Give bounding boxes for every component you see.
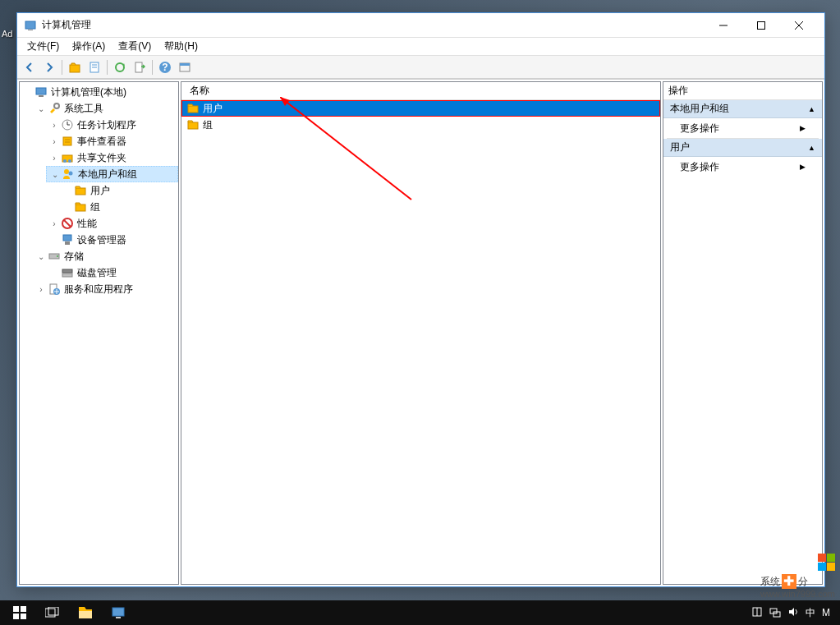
storage-icon	[48, 250, 61, 263]
computer-management-window: 计算机管理 文件(F) 操作(A) 查看(V) 帮助(H) ?	[16, 12, 825, 587]
tray-device-icon[interactable]	[751, 606, 763, 620]
svg-rect-22	[63, 137, 71, 145]
tree-panel[interactable]: 计算机管理(本地) ⌄ 系统工具 › 任务计划程序	[19, 81, 179, 585]
tree-label: 本地用户和组	[78, 168, 137, 182]
toolbar-separator	[107, 60, 108, 75]
back-button[interactable]	[21, 58, 39, 76]
svg-point-28	[64, 169, 69, 174]
tray-m[interactable]: M	[822, 607, 830, 618]
list-panel[interactable]: 名称 用户 组	[181, 81, 661, 585]
chevron-right-icon[interactable]: ›	[48, 118, 61, 131]
window-title: 计算机管理	[42, 18, 705, 32]
tree-users[interactable]: 用户	[59, 182, 178, 199]
up-button[interactable]	[66, 58, 84, 76]
folder-icon	[186, 118, 200, 131]
svg-point-37	[57, 255, 58, 257]
folder-icon	[186, 102, 200, 115]
tray-ime[interactable]: 中	[806, 606, 815, 620]
desktop-text-ad: Ad	[2, 29, 12, 39]
tree-groups[interactable]: 组	[59, 199, 178, 215]
svg-rect-47	[21, 606, 26, 612]
collapse-icon[interactable]: ▲	[808, 144, 815, 152]
list-header[interactable]: 名称	[181, 82, 660, 100]
minimize-button[interactable]	[705, 13, 742, 38]
refresh-button[interactable]	[111, 58, 129, 76]
system-tray[interactable]: 中 M	[745, 606, 837, 620]
action-more-2[interactable]: 更多操作 ▶	[663, 157, 822, 177]
show-hide-button[interactable]	[176, 58, 194, 76]
tree-system-tools[interactable]: ⌄ 系统工具	[33, 100, 178, 117]
file-explorer-button[interactable]	[69, 600, 102, 625]
taskbar[interactable]: 中 M	[0, 600, 840, 625]
tree-disk-management[interactable]: 磁盘管理	[46, 264, 178, 281]
tree-label: 服务和应用程序	[64, 283, 133, 296]
svg-rect-30	[76, 188, 85, 195]
toolbar: ?	[17, 56, 824, 79]
svg-text:?: ?	[162, 62, 168, 73]
export-button[interactable]	[131, 58, 149, 76]
svg-rect-54	[112, 608, 124, 616]
toolbar-separator	[62, 60, 62, 75]
watermark: 系统 ✚ 分 www.win7999.com	[760, 553, 835, 599]
svg-point-26	[63, 159, 67, 163]
chevron-right-icon[interactable]: ›	[34, 283, 48, 296]
tree-label: 设备管理器	[77, 233, 126, 247]
close-button[interactable]	[780, 13, 818, 38]
properties-button[interactable]	[85, 58, 103, 76]
tree-task-scheduler[interactable]: › 任务计划程序	[46, 117, 178, 133]
svg-point-27	[68, 159, 71, 163]
menu-file[interactable]: 文件(F)	[21, 38, 66, 55]
shared-folder-icon	[61, 151, 74, 164]
action-more-1[interactable]: 更多操作 ▶	[663, 118, 822, 138]
tree-shared-folders[interactable]: › 共享文件夹	[46, 149, 178, 166]
tree-label: 用户	[90, 184, 110, 198]
device-icon	[61, 233, 74, 246]
start-button[interactable]	[3, 600, 36, 625]
menu-action[interactable]: 操作(A)	[66, 38, 112, 55]
svg-rect-0	[25, 21, 35, 29]
disk-icon	[61, 266, 74, 279]
tree-root[interactable]: 计算机管理(本地)	[20, 84, 178, 100]
chevron-right-icon[interactable]: ›	[48, 135, 61, 148]
svg-rect-49	[21, 614, 26, 619]
chevron-down-icon[interactable]: ⌄	[34, 250, 48, 263]
action-section-users[interactable]: 用户 ▲	[663, 139, 822, 157]
menu-view[interactable]: 查看(V)	[112, 38, 158, 55]
chevron-down-icon[interactable]: ⌄	[48, 168, 62, 181]
tree-local-users-groups[interactable]: ⌄ 本地用户和组	[46, 166, 178, 182]
performance-icon	[61, 217, 74, 230]
chevron-right-icon: ▶	[800, 124, 806, 132]
menu-help[interactable]: 帮助(H)	[158, 38, 204, 55]
list-item-groups[interactable]: 组	[181, 117, 660, 133]
svg-rect-15	[180, 63, 190, 66]
chevron-right-icon[interactable]: ›	[48, 217, 61, 230]
tree-label: 组	[90, 200, 100, 214]
list-item-users[interactable]: 用户	[181, 100, 660, 117]
tray-network-icon[interactable]	[769, 606, 781, 620]
collapse-icon[interactable]: ▲	[808, 105, 815, 113]
maximize-button[interactable]	[742, 13, 780, 38]
titlebar[interactable]: 计算机管理	[17, 13, 824, 38]
menubar: 文件(F) 操作(A) 查看(V) 帮助(H)	[17, 38, 824, 56]
tree-expander[interactable]	[21, 85, 34, 99]
tree-storage[interactable]: ⌄ 存储	[33, 248, 178, 264]
svg-rect-46	[13, 606, 19, 612]
tree-performance[interactable]: › 性能	[46, 215, 178, 232]
svg-rect-1	[28, 30, 33, 30]
tray-volume-icon[interactable]	[787, 606, 799, 620]
content-area: 计算机管理(本地) ⌄ 系统工具 › 任务计划程序	[17, 79, 824, 586]
column-name[interactable]: 名称	[186, 84, 213, 98]
tree-event-viewer[interactable]: › 事件查看器	[46, 133, 178, 149]
svg-rect-11	[135, 62, 142, 72]
forward-button[interactable]	[40, 58, 58, 76]
chevron-down-icon[interactable]: ⌄	[34, 102, 48, 115]
tree-services-apps[interactable]: › 服务和应用程序	[33, 281, 178, 297]
tree-device-manager[interactable]: 设备管理器	[46, 232, 178, 248]
tree-label: 存储	[64, 250, 84, 264]
svg-rect-38	[62, 269, 72, 273]
chevron-right-icon[interactable]: ›	[48, 151, 61, 164]
help-button[interactable]: ?	[156, 58, 174, 76]
mmc-app-button[interactable]	[102, 600, 135, 625]
action-section-local-users[interactable]: 本地用户和组 ▲	[663, 100, 822, 118]
task-view-button[interactable]	[36, 600, 69, 625]
